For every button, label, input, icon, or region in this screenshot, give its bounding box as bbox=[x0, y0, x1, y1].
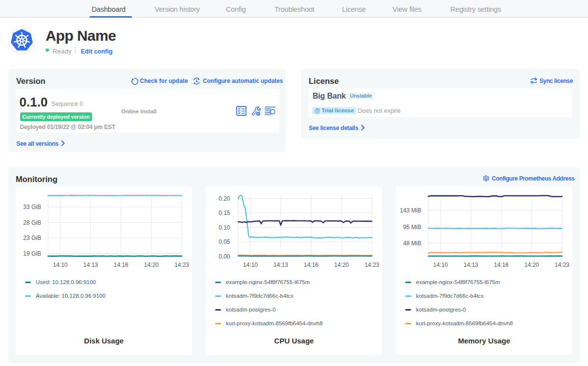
svg-text:19 GiB: 19 GiB bbox=[23, 250, 41, 257]
svg-text:23 GiB: 23 GiB bbox=[23, 235, 41, 241]
svg-text:14:13: 14:13 bbox=[464, 261, 478, 268]
svg-text:0.20: 0.20 bbox=[219, 195, 230, 202]
svg-text:14:13: 14:13 bbox=[83, 261, 98, 268]
svg-text:0.00: 0.00 bbox=[219, 253, 230, 260]
svg-text:28 GiB: 28 GiB bbox=[23, 219, 41, 226]
svg-text:14:20: 14:20 bbox=[334, 261, 349, 268]
svg-text:0.05: 0.05 bbox=[219, 238, 230, 245]
svg-text:14:16: 14:16 bbox=[494, 261, 509, 268]
svg-text:14:10: 14:10 bbox=[243, 261, 258, 268]
svg-text:48 MiB: 48 MiB bbox=[403, 240, 421, 247]
svg-text:14:13: 14:13 bbox=[273, 261, 288, 268]
svg-text:14:20: 14:20 bbox=[144, 261, 159, 268]
svg-text:14:16: 14:16 bbox=[114, 261, 128, 268]
svg-text:14:10: 14:10 bbox=[53, 261, 68, 268]
svg-text:0.15: 0.15 bbox=[219, 209, 230, 216]
svg-text:14:16: 14:16 bbox=[304, 261, 318, 268]
svg-text:14:23: 14:23 bbox=[365, 261, 379, 268]
svg-text:14:20: 14:20 bbox=[524, 261, 539, 268]
svg-text:143 MiB: 143 MiB bbox=[400, 207, 421, 214]
svg-text:14:23: 14:23 bbox=[174, 261, 189, 268]
svg-text:14:23: 14:23 bbox=[555, 261, 569, 268]
svg-text:33 GiB: 33 GiB bbox=[23, 204, 41, 210]
svg-text:95 MiB: 95 MiB bbox=[403, 224, 421, 231]
svg-text:0.10: 0.10 bbox=[219, 224, 230, 231]
svg-text:14:10: 14:10 bbox=[433, 261, 448, 268]
